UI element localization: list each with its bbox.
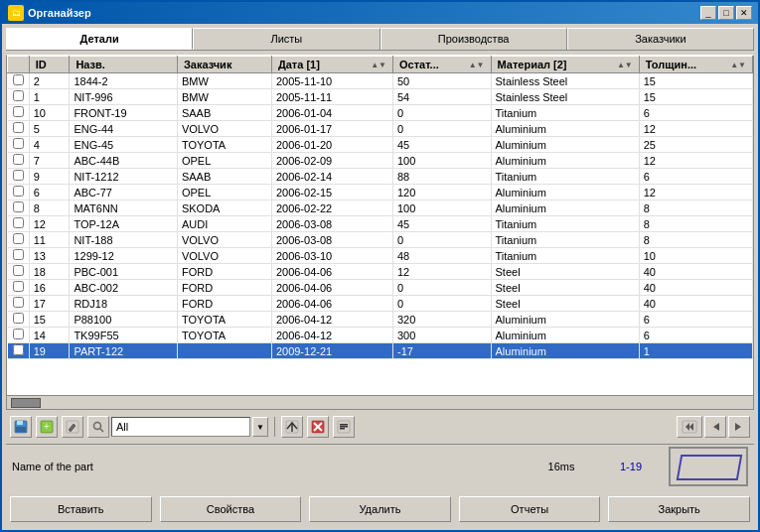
toolbar-edit2-btn[interactable]	[333, 416, 355, 438]
row-id-cell: 19	[29, 343, 70, 359]
table-row[interactable]: 16 ABC-002 FORD 2006-04-06 0 Steel 40	[8, 280, 753, 296]
row-remains-cell: -17	[392, 343, 491, 359]
close-button[interactable]: Закрыть	[608, 496, 750, 522]
row-thickness-cell: 8	[639, 200, 752, 216]
row-name-cell: NIT-188	[70, 232, 178, 248]
row-checkbox[interactable]	[13, 297, 24, 308]
nav-next-btn[interactable]	[728, 416, 750, 438]
tab-sheets[interactable]: Листы	[193, 28, 380, 50]
row-date-cell: 2006-03-08	[271, 232, 392, 248]
table-row[interactable]: 9 NIT-1212 SAAB 2006-02-14 88 Titanium 6	[8, 169, 753, 185]
row-checkbox[interactable]	[13, 90, 24, 101]
horizontal-scrollbar[interactable]	[7, 395, 753, 409]
filter-input[interactable]	[111, 417, 250, 437]
search-btn[interactable]	[87, 416, 109, 438]
row-material-cell: Titanium	[491, 232, 639, 248]
filter-dropdown-btn[interactable]: ▼	[252, 417, 268, 437]
col-header-remains[interactable]: Остат... ▲▼	[392, 57, 491, 73]
toolbar-save2-btn[interactable]	[281, 416, 303, 438]
properties-button[interactable]: Свойства	[160, 496, 302, 522]
row-customer-cell: FORD	[177, 280, 271, 296]
table-header-row: ID Назв. Заказчик Дата [1]	[8, 57, 753, 73]
tab-details[interactable]: Детали	[6, 28, 193, 50]
svg-rect-15	[340, 424, 348, 426]
row-checkbox[interactable]	[13, 138, 24, 149]
col-header-date[interactable]: Дата [1] ▲▼	[271, 57, 392, 73]
table-row[interactable]: 17 RDJ18 FORD 2006-04-06 0 Steel 40	[8, 296, 753, 312]
row-date-cell: 2006-04-06	[271, 264, 392, 280]
table-row[interactable]: 14 TK99F55 TOYOTA 2006-04-12 300 Alumini…	[8, 328, 753, 343]
row-date-cell: 2005-11-11	[271, 89, 392, 105]
nav-first-btn[interactable]	[677, 416, 702, 438]
row-checkbox[interactable]	[13, 265, 24, 276]
toolbar-add-btn[interactable]: +	[36, 416, 58, 438]
row-material-cell: Stainless Steel	[491, 89, 639, 105]
table-row[interactable]: 13 1299-12 VOLVO 2006-03-10 48 Titanium …	[8, 248, 753, 264]
col-header-material[interactable]: Материал [2] ▲▼	[491, 57, 639, 73]
table-row[interactable]: 11 NIT-188 VOLVO 2006-03-08 0 Titanium 8	[8, 232, 753, 248]
table-row[interactable]: 1 NIT-996 BMW 2005-11-11 54 Stainless St…	[8, 89, 753, 105]
table-row[interactable]: 8 MAT6NN SKODA 2006-02-22 100 Aluminium …	[8, 200, 753, 216]
table-row[interactable]: 7 ABC-44B OPEL 2006-02-09 100 Aluminium …	[8, 153, 753, 169]
row-material-cell: Steel	[491, 296, 639, 312]
row-checkbox[interactable]	[13, 186, 24, 197]
col-header-name[interactable]: Назв.	[70, 57, 178, 73]
row-remains-cell: 88	[392, 169, 491, 185]
row-checkbox[interactable]	[13, 74, 24, 85]
table-row[interactable]: 4 ENG-45 TOYOTA 2006-01-20 45 Aluminium …	[8, 137, 753, 153]
toolbar-save-btn[interactable]	[10, 416, 32, 438]
row-thickness-cell: 6	[639, 328, 752, 343]
row-checkbox[interactable]	[13, 313, 24, 324]
table-row[interactable]: 19 PART-122 2009-12-21 -17 Aluminium 1	[8, 343, 753, 359]
row-name-cell: 1844-2	[70, 73, 178, 89]
row-checkbox[interactable]	[13, 249, 24, 260]
row-id-cell: 1	[29, 89, 70, 105]
nav-buttons	[677, 416, 750, 438]
insert-button[interactable]: Вставить	[10, 496, 152, 522]
close-window-button[interactable]: ✕	[736, 6, 752, 20]
row-date-cell: 2006-04-06	[271, 280, 392, 296]
row-checkbox[interactable]	[13, 122, 24, 133]
col-header-thickness[interactable]: Толщин... ▲▼	[639, 57, 752, 73]
row-name-cell: ENG-44	[70, 121, 178, 137]
maximize-button[interactable]: □	[718, 6, 734, 20]
row-date-cell: 2006-02-15	[271, 185, 392, 200]
col-header-customer[interactable]: Заказчик	[177, 57, 271, 73]
row-checkbox[interactable]	[13, 201, 24, 212]
row-remains-cell: 100	[392, 153, 491, 169]
row-checkbox[interactable]	[13, 329, 24, 339]
nav-prev-btn[interactable]	[704, 416, 726, 438]
row-checkbox[interactable]	[13, 106, 24, 117]
material-sort-icon: ▲▼	[617, 61, 633, 69]
table-row[interactable]: 6 ABC-77 OPEL 2006-02-15 120 Aluminium 1…	[8, 185, 753, 200]
table-row[interactable]: 10 FRONT-19 SAAB 2006-01-04 0 Titanium 6	[8, 105, 753, 121]
row-checkbox[interactable]	[13, 154, 24, 165]
table-row[interactable]: 18 PBC-001 FORD 2006-04-06 12 Steel 40	[8, 264, 753, 280]
table-row[interactable]: 15 P88100 TOYOTA 2006-04-12 320 Aluminiu…	[8, 312, 753, 328]
row-material-cell: Stainless Steel	[491, 73, 639, 89]
table-row[interactable]: 5 ENG-44 VOLVO 2006-01-17 0 Aluminium 12	[8, 121, 753, 137]
tab-customers[interactable]: Заказчики	[567, 28, 754, 50]
minimize-button[interactable]: _	[700, 6, 716, 20]
tab-productions[interactable]: Производства	[380, 28, 567, 50]
row-remains-cell: 48	[392, 248, 491, 264]
table-row[interactable]: 2 1844-2 BMW 2005-11-10 50 Stainless Ste…	[8, 73, 753, 89]
row-date-cell: 2006-02-22	[271, 200, 392, 216]
row-thickness-cell: 8	[639, 232, 752, 248]
table-scroll[interactable]: ID Назв. Заказчик Дата [1]	[7, 56, 753, 395]
row-checkbox[interactable]	[13, 233, 24, 244]
row-checkbox[interactable]	[13, 281, 24, 292]
date-sort-icon: ▲▼	[371, 61, 386, 69]
toolbar-delete-btn[interactable]	[307, 416, 329, 438]
toolbar-separator-1	[274, 417, 275, 437]
col-header-id[interactable]: ID	[29, 57, 70, 73]
delete-button[interactable]: Удалить	[309, 496, 451, 522]
reports-button[interactable]: Отчеты	[459, 496, 601, 522]
row-thickness-cell: 6	[639, 312, 752, 328]
row-checkbox[interactable]	[13, 217, 24, 228]
row-checkbox[interactable]	[13, 344, 24, 355]
row-checkbox[interactable]	[13, 170, 24, 181]
table-row[interactable]: 12 TOP-12A AUDI 2006-03-08 45 Titanium 8	[8, 216, 753, 232]
toolbar-edit-btn[interactable]	[62, 416, 83, 438]
row-customer-cell: OPEL	[177, 153, 271, 169]
